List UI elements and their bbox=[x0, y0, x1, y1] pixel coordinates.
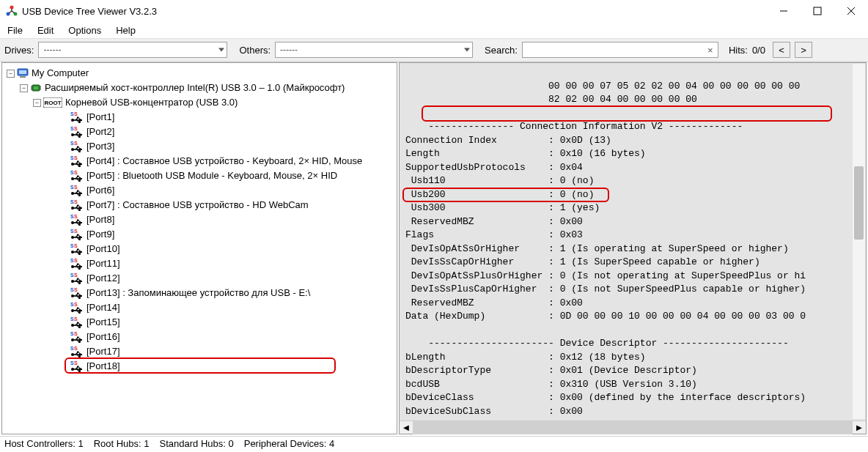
statusbar: Host Controllers: 1 Root Hubs: 1 Standar… bbox=[0, 436, 868, 452]
node-label: Корневой USB-концентратор (USB 3.0) bbox=[65, 95, 238, 110]
node-icon bbox=[17, 67, 29, 79]
tree-port-1[interactable]: S S [Port1] bbox=[7, 110, 395, 125]
node-label: [Port1] bbox=[87, 110, 114, 125]
drives-combo[interactable]: ------ bbox=[38, 42, 227, 58]
menu-options[interactable]: Options bbox=[64, 23, 108, 37]
menu-file[interactable]: File bbox=[3, 23, 30, 37]
tree-port-16[interactable]: S S [Port16] bbox=[7, 330, 395, 344]
node-icon bbox=[30, 82, 42, 94]
node-icon: S S bbox=[70, 199, 84, 211]
node-label: [Port12] bbox=[87, 271, 120, 286]
svg-rect-121 bbox=[77, 293, 79, 295]
svg-rect-145 bbox=[77, 337, 79, 339]
expander-icon[interactable]: − bbox=[20, 84, 28, 92]
svg-text:S: S bbox=[74, 185, 78, 190]
svg-text:S: S bbox=[74, 331, 78, 336]
others-combo[interactable]: ------ bbox=[275, 42, 473, 58]
vscroll-thumb[interactable] bbox=[854, 166, 864, 240]
svg-rect-89 bbox=[77, 234, 79, 237]
maximize-button[interactable] bbox=[801, 1, 834, 21]
tree-port-12[interactable]: S S [Port12] bbox=[7, 271, 395, 286]
svg-rect-4 bbox=[814, 7, 821, 15]
tree-port-4[interactable]: S S [Port4] : Составное USB устройство -… bbox=[7, 154, 395, 168]
node-label: [Port15] bbox=[87, 315, 120, 330]
node-icon: S S bbox=[70, 273, 84, 284]
svg-text:S: S bbox=[74, 170, 78, 175]
svg-text:S: S bbox=[74, 214, 78, 219]
menu-help[interactable]: Help bbox=[111, 23, 143, 37]
main: − My Computer− Расширяемый хост-контролл… bbox=[0, 62, 868, 436]
app-icon bbox=[6, 5, 18, 17]
svg-text:S: S bbox=[74, 111, 78, 116]
svg-text:S: S bbox=[74, 287, 78, 292]
details-panel[interactable]: 00 00 00 07 05 02 02 00 04 00 00 00 00 0… bbox=[399, 62, 867, 434]
svg-text:S: S bbox=[74, 346, 78, 351]
tree-port-6[interactable]: S S [Port6] bbox=[7, 183, 395, 198]
menu-edit[interactable]: Edit bbox=[33, 23, 61, 37]
tree-port-17[interactable]: S S [Port17] bbox=[7, 344, 395, 359]
node-icon: S S bbox=[70, 243, 84, 255]
tree-root[interactable]: − My Computer bbox=[7, 66, 395, 81]
tree-port-3[interactable]: S S [Port3] bbox=[7, 139, 395, 154]
vertical-scrollbar[interactable] bbox=[853, 64, 865, 419]
next-hit-button[interactable]: > bbox=[795, 42, 812, 58]
tree-port-18[interactable]: S S [Port18] bbox=[7, 359, 395, 374]
node-icon: S S bbox=[70, 346, 84, 357]
svg-rect-57 bbox=[77, 176, 79, 178]
tree-panel[interactable]: − My Computer− Расширяемый хост-контролл… bbox=[1, 62, 397, 434]
tree-port-10[interactable]: S S [Port10] bbox=[7, 242, 395, 256]
clear-search-icon[interactable]: × bbox=[703, 45, 718, 56]
tree-port-14[interactable]: S S [Port14] bbox=[7, 300, 395, 315]
horizontal-scrollbar[interactable]: ◄ ► bbox=[400, 420, 866, 434]
expander-icon[interactable]: − bbox=[7, 70, 15, 78]
node-icon: S S bbox=[70, 185, 84, 196]
svg-rect-41 bbox=[77, 147, 79, 149]
svg-rect-137 bbox=[77, 322, 79, 325]
hscroll-right[interactable]: ► bbox=[853, 422, 866, 433]
search-box: × bbox=[522, 42, 718, 58]
status-peripheral: Peripheral Devices: 4 bbox=[244, 438, 335, 451]
tree-root-hub[interactable]: − ROOT Корневой USB-концентратор (USB 3.… bbox=[7, 95, 395, 110]
tree-port-2[interactable]: S S [Port2] bbox=[7, 125, 395, 139]
svg-text:ROOT: ROOT bbox=[44, 100, 61, 106]
tree-port-11[interactable]: S S [Port11] bbox=[7, 256, 395, 271]
node-label: [Port4] : Составное USB устройство - Key… bbox=[87, 154, 362, 168]
node-icon: S S bbox=[70, 360, 84, 372]
node-label: [Port2] bbox=[87, 125, 114, 139]
svg-rect-129 bbox=[77, 308, 79, 310]
minimize-button[interactable] bbox=[767, 1, 801, 21]
tree-port-13[interactable]: S S [Port13] : Запоминающее устройство д… bbox=[7, 286, 395, 300]
status-root-hubs: Root Hubs: 1 bbox=[94, 438, 150, 451]
tree-port-7[interactable]: S S [Port7] : Составное USB устройство -… bbox=[7, 198, 395, 212]
node-icon: S S bbox=[70, 229, 84, 240]
hits-label: Hits: bbox=[729, 45, 748, 56]
prev-hit-button[interactable]: < bbox=[773, 42, 790, 58]
chevron-down-icon bbox=[464, 48, 470, 52]
status-host-controllers: Host Controllers: 1 bbox=[4, 438, 84, 451]
tree-port-15[interactable]: S S [Port15] bbox=[7, 315, 395, 330]
node-label: [Port16] bbox=[87, 330, 120, 344]
tree-port-5[interactable]: S S [Port5] : Bluetooth USB Module - Key… bbox=[7, 168, 395, 183]
search-input[interactable] bbox=[523, 42, 703, 57]
close-button[interactable] bbox=[834, 1, 868, 21]
node-icon: S S bbox=[70, 111, 84, 123]
search-label: Search: bbox=[485, 45, 518, 56]
tree-port-8[interactable]: S S [Port8] bbox=[7, 212, 395, 227]
svg-rect-11 bbox=[34, 86, 38, 89]
node-icon: S S bbox=[70, 287, 84, 299]
hscroll-left[interactable]: ◄ bbox=[400, 422, 413, 433]
svg-text:S: S bbox=[74, 229, 78, 234]
node-icon: S S bbox=[70, 155, 84, 167]
node-label: [Port8] bbox=[87, 212, 114, 227]
hscroll-thumb[interactable] bbox=[413, 421, 853, 434]
tree-controller[interactable]: − Расширяемый хост-контроллер Intel(R) U… bbox=[7, 81, 395, 95]
node-label: [Port6] bbox=[87, 183, 114, 198]
tree-port-9[interactable]: S S [Port9] bbox=[7, 227, 395, 242]
svg-rect-25 bbox=[77, 117, 79, 119]
svg-rect-49 bbox=[77, 161, 79, 163]
expander-icon[interactable]: − bbox=[33, 99, 41, 107]
node-icon: S S bbox=[70, 302, 84, 314]
node-label: [Port14] bbox=[87, 300, 120, 315]
drives-label: Drives: bbox=[4, 45, 34, 56]
node-icon: S S bbox=[70, 170, 84, 182]
